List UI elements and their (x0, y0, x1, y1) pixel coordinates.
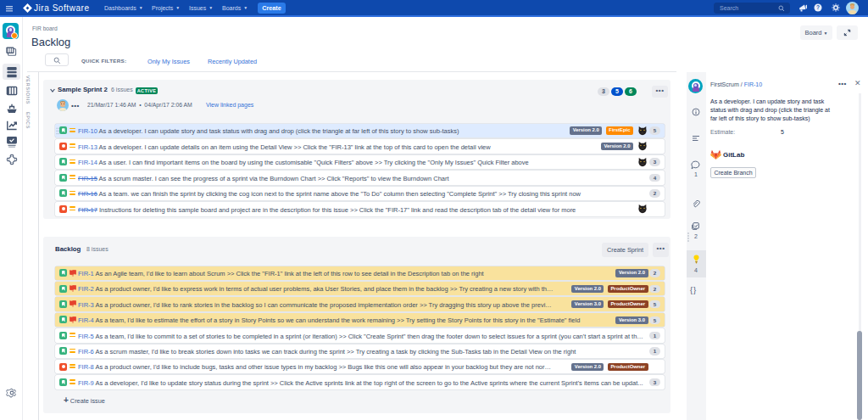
svg-text:?: ? (816, 4, 820, 10)
